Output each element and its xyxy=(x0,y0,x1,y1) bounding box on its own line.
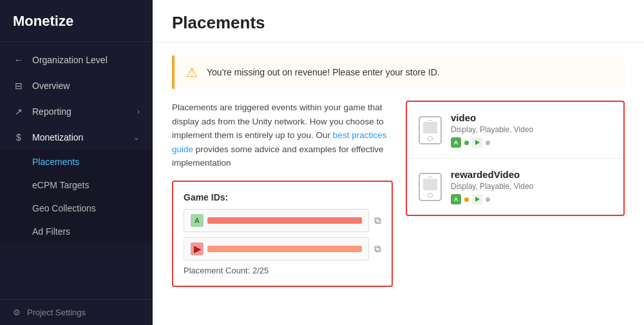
game-ids-box: Game IDs: A ⧉ ▶ ⧉ xyxy=(172,181,393,287)
page-header: Placements xyxy=(153,0,644,43)
sidebar-item-ecpm-targets[interactable]: eCPM Targets xyxy=(0,173,153,197)
sidebar-item-geo-collections[interactable]: Geo Collections xyxy=(0,197,153,220)
copy-button-android[interactable]: ⧉ xyxy=(374,215,381,226)
badge-play-video xyxy=(472,137,482,148)
badge-dot-gray-rewarded xyxy=(486,197,490,202)
sidebar-item-placements[interactable]: Placements xyxy=(0,150,153,173)
placement-name-video: video xyxy=(451,112,612,123)
placement-item-video[interactable]: video Display, Playable, Video A xyxy=(407,102,623,159)
game-id-row-android: A ⧉ xyxy=(184,209,381,232)
badge-play-rewarded xyxy=(472,194,482,204)
warning-icon: ⚠ xyxy=(186,64,198,80)
device-screen-2 xyxy=(423,179,437,190)
copy-button-ios[interactable]: ⧉ xyxy=(374,243,381,255)
badge-dot-green-video xyxy=(464,141,469,145)
game-id-input-ios[interactable]: ▶ xyxy=(184,237,369,261)
sidebar-footer[interactable]: ⚙ Project Settings xyxy=(0,299,153,325)
sidebar-item-reporting[interactable]: ↗ Reporting › xyxy=(0,99,153,124)
placement-types-rewarded: Display, Playable, Video xyxy=(451,182,612,191)
badge-dot-orange-rewarded xyxy=(464,197,469,202)
android-badge: A xyxy=(191,214,204,227)
sidebar-item-label: Monetization xyxy=(32,132,83,143)
badge-dot-gray-video xyxy=(486,141,490,145)
sidebar-item-monetization[interactable]: $ Monetization ⌄ xyxy=(0,124,153,150)
app-title: Monetize xyxy=(0,0,153,42)
game-id-input-android[interactable]: A xyxy=(184,209,369,232)
placement-name-rewarded: rewardedVideo xyxy=(451,169,612,180)
sidebar-item-label: Overview xyxy=(32,81,70,91)
content-area: Placements are triggered events within y… xyxy=(172,101,625,312)
ios-badge: ▶ xyxy=(191,242,204,255)
left-panel: Placements are triggered events within y… xyxy=(172,101,393,312)
chevron-right-icon: › xyxy=(137,107,140,116)
placement-badges-rewarded: A xyxy=(451,194,612,204)
placement-badges-video: A xyxy=(451,137,612,148)
dollar-icon: $ xyxy=(13,132,24,143)
redacted-value-android xyxy=(207,217,362,224)
monetization-submenu: Placements eCPM Targets Geo Collections … xyxy=(0,150,153,243)
sidebar-item-ad-filters[interactable]: Ad Filters xyxy=(0,220,153,243)
sidebar-nav: ← Organization Level ⊟ Overview ↗ Report… xyxy=(0,42,153,299)
game-id-row-ios: ▶ ⧉ xyxy=(184,237,381,261)
device-icon-rewarded xyxy=(419,173,442,201)
footer-label: Project Settings xyxy=(27,308,86,317)
sidebar-item-org-level[interactable]: ← Organization Level xyxy=(0,47,153,73)
sidebar-item-overview[interactable]: ⊟ Overview xyxy=(0,73,153,99)
sidebar-item-label: Reporting xyxy=(32,106,71,117)
warning-banner: ⚠ You're missing out on revenue! Please … xyxy=(172,55,625,89)
warning-text: You're missing out on revenue! Please en… xyxy=(207,67,440,77)
placement-info-rewarded: rewardedVideo Display, Playable, Video A xyxy=(451,169,612,204)
badge-a-rewarded: A xyxy=(451,194,461,204)
reporting-icon: ↗ xyxy=(13,106,24,117)
sidebar: Monetize ← Organization Level ⊟ Overview… xyxy=(0,0,153,325)
placements-list: video Display, Playable, Video A xyxy=(406,101,625,216)
description-text: Placements are triggered events within y… xyxy=(172,101,393,170)
placement-item-rewarded[interactable]: rewardedVideo Display, Playable, Video A xyxy=(407,159,623,215)
device-screen xyxy=(423,122,437,133)
page-title: Placements xyxy=(172,13,625,33)
overview-icon: ⊟ xyxy=(13,81,24,91)
placement-count: Placement Count: 2/25 xyxy=(184,266,381,275)
device-icon-video xyxy=(419,116,442,144)
main-body: ⚠ You're missing out on revenue! Please … xyxy=(153,43,644,325)
redacted-value-ios xyxy=(207,246,362,252)
settings-icon: ⚙ xyxy=(13,308,21,317)
badge-a-video: A xyxy=(451,137,461,148)
back-icon: ← xyxy=(13,55,24,65)
game-ids-label: Game IDs: xyxy=(184,192,381,202)
chevron-down-icon: ⌄ xyxy=(133,133,140,142)
sidebar-item-label: Organization Level xyxy=(32,55,108,65)
main-content: Placements ⚠ You're missing out on reven… xyxy=(153,0,644,325)
placement-info-video: video Display, Playable, Video A xyxy=(451,112,612,148)
placement-types-video: Display, Playable, Video xyxy=(451,125,612,134)
